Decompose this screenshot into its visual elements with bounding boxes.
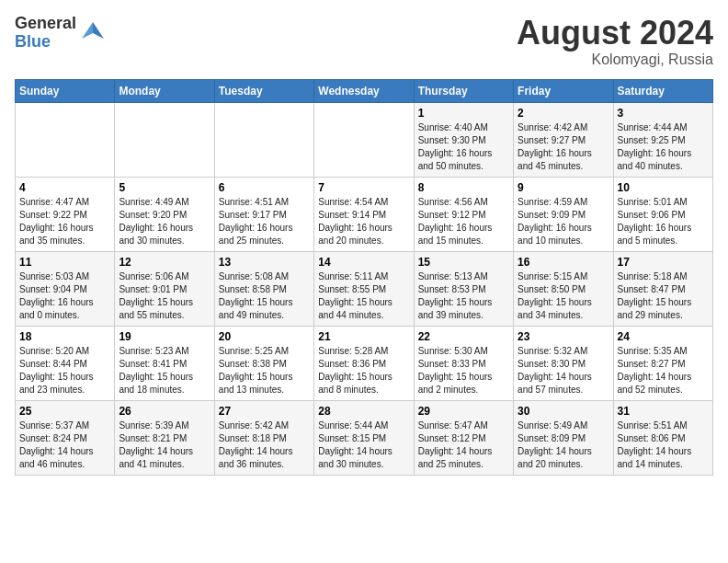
calendar-cell: 22Sunrise: 5:30 AM Sunset: 8:33 PM Dayli… <box>414 326 513 400</box>
weekday-header-friday: Friday <box>514 79 613 102</box>
day-number: 26 <box>119 405 210 418</box>
calendar-cell: 4Sunrise: 4:47 AM Sunset: 9:22 PM Daylig… <box>16 177 115 251</box>
day-number: 6 <box>219 181 310 194</box>
calendar-week-3: 11Sunrise: 5:03 AM Sunset: 9:04 PM Dayli… <box>16 251 713 326</box>
calendar-cell: 2Sunrise: 4:42 AM Sunset: 9:27 PM Daylig… <box>514 102 613 177</box>
day-info: Sunrise: 5:23 AM Sunset: 8:41 PM Dayligh… <box>119 345 210 396</box>
day-info: Sunrise: 4:47 AM Sunset: 9:22 PM Dayligh… <box>19 196 110 247</box>
day-info: Sunrise: 4:42 AM Sunset: 9:27 PM Dayligh… <box>518 121 609 173</box>
day-info: Sunrise: 5:30 AM Sunset: 8:33 PM Dayligh… <box>418 345 509 396</box>
weekday-header-tuesday: Tuesday <box>214 79 313 102</box>
logo: General Blue <box>15 15 106 52</box>
calendar-cell: 25Sunrise: 5:37 AM Sunset: 8:24 PM Dayli… <box>16 400 115 475</box>
day-number: 19 <box>119 330 210 343</box>
day-number: 18 <box>19 330 110 343</box>
day-number: 17 <box>618 256 709 269</box>
calendar-cell <box>314 102 414 177</box>
day-info: Sunrise: 5:13 AM Sunset: 8:53 PM Dayligh… <box>418 270 509 322</box>
calendar-cell: 19Sunrise: 5:23 AM Sunset: 8:41 PM Dayli… <box>115 326 214 400</box>
calendar-cell: 26Sunrise: 5:39 AM Sunset: 8:21 PM Dayli… <box>115 400 214 475</box>
calendar-cell: 8Sunrise: 4:56 AM Sunset: 9:12 PM Daylig… <box>414 177 513 251</box>
calendar-cell <box>214 102 313 177</box>
day-number: 15 <box>418 256 509 269</box>
day-info: Sunrise: 5:35 AM Sunset: 8:27 PM Dayligh… <box>618 345 709 396</box>
day-number: 2 <box>518 107 609 120</box>
title-block: August 2024 Kolomyagi, Russia <box>517 15 713 68</box>
calendar-cell: 10Sunrise: 5:01 AM Sunset: 9:06 PM Dayli… <box>613 177 712 251</box>
day-number: 11 <box>19 256 110 269</box>
day-info: Sunrise: 5:01 AM Sunset: 9:06 PM Dayligh… <box>618 196 709 247</box>
location: Kolomyagi, Russia <box>517 52 713 68</box>
day-number: 29 <box>418 405 509 418</box>
calendar-cell: 12Sunrise: 5:06 AM Sunset: 9:01 PM Dayli… <box>115 251 214 326</box>
calendar-cell: 9Sunrise: 4:59 AM Sunset: 9:09 PM Daylig… <box>514 177 613 251</box>
calendar-cell: 24Sunrise: 5:35 AM Sunset: 8:27 PM Dayli… <box>613 326 712 400</box>
day-number: 23 <box>518 330 609 343</box>
calendar-header: SundayMondayTuesdayWednesdayThursdayFrid… <box>16 79 713 102</box>
day-info: Sunrise: 4:56 AM Sunset: 9:12 PM Dayligh… <box>418 196 509 247</box>
day-info: Sunrise: 4:40 AM Sunset: 9:30 PM Dayligh… <box>418 121 509 173</box>
calendar-cell: 21Sunrise: 5:28 AM Sunset: 8:36 PM Dayli… <box>314 326 414 400</box>
day-number: 5 <box>119 181 210 194</box>
day-number: 10 <box>618 181 709 194</box>
calendar-cell: 7Sunrise: 4:54 AM Sunset: 9:14 PM Daylig… <box>314 177 414 251</box>
day-info: Sunrise: 5:37 AM Sunset: 8:24 PM Dayligh… <box>19 419 110 471</box>
day-info: Sunrise: 5:42 AM Sunset: 8:18 PM Dayligh… <box>219 419 310 471</box>
day-info: Sunrise: 5:08 AM Sunset: 8:58 PM Dayligh… <box>219 270 310 322</box>
day-number: 9 <box>518 181 609 194</box>
calendar-table: SundayMondayTuesdayWednesdayThursdayFrid… <box>15 79 713 476</box>
day-number: 7 <box>318 181 409 194</box>
day-info: Sunrise: 5:28 AM Sunset: 8:36 PM Dayligh… <box>318 345 409 396</box>
day-info: Sunrise: 5:18 AM Sunset: 8:47 PM Dayligh… <box>618 270 709 322</box>
weekday-header-monday: Monday <box>115 79 214 102</box>
day-number: 24 <box>618 330 709 343</box>
day-number: 31 <box>618 405 709 418</box>
logo-text: General Blue <box>15 15 76 52</box>
logo-icon <box>80 20 106 46</box>
day-number: 20 <box>219 330 310 343</box>
day-number: 21 <box>318 330 409 343</box>
day-number: 14 <box>318 256 409 269</box>
day-info: Sunrise: 5:15 AM Sunset: 8:50 PM Dayligh… <box>518 270 609 322</box>
day-info: Sunrise: 5:51 AM Sunset: 8:06 PM Dayligh… <box>618 419 709 471</box>
calendar-week-4: 18Sunrise: 5:20 AM Sunset: 8:44 PM Dayli… <box>16 326 713 400</box>
day-number: 27 <box>219 405 310 418</box>
month-year: August 2024 <box>517 15 713 52</box>
calendar-cell: 5Sunrise: 4:49 AM Sunset: 9:20 PM Daylig… <box>115 177 214 251</box>
day-number: 22 <box>418 330 509 343</box>
calendar-cell: 27Sunrise: 5:42 AM Sunset: 8:18 PM Dayli… <box>214 400 313 475</box>
day-info: Sunrise: 4:54 AM Sunset: 9:14 PM Dayligh… <box>318 196 409 247</box>
logo-general: General <box>15 15 76 33</box>
day-number: 13 <box>219 256 310 269</box>
day-number: 4 <box>19 181 110 194</box>
calendar-cell: 31Sunrise: 5:51 AM Sunset: 8:06 PM Dayli… <box>613 400 712 475</box>
calendar-cell: 16Sunrise: 5:15 AM Sunset: 8:50 PM Dayli… <box>514 251 613 326</box>
day-info: Sunrise: 5:39 AM Sunset: 8:21 PM Dayligh… <box>119 419 210 471</box>
calendar-cell: 1Sunrise: 4:40 AM Sunset: 9:30 PM Daylig… <box>414 102 513 177</box>
day-info: Sunrise: 5:20 AM Sunset: 8:44 PM Dayligh… <box>19 345 110 396</box>
calendar-cell: 13Sunrise: 5:08 AM Sunset: 8:58 PM Dayli… <box>214 251 313 326</box>
weekday-header-saturday: Saturday <box>613 79 712 102</box>
calendar-week-5: 25Sunrise: 5:37 AM Sunset: 8:24 PM Dayli… <box>16 400 713 475</box>
weekday-header-sunday: Sunday <box>16 79 115 102</box>
day-number: 30 <box>518 405 609 418</box>
calendar-body: 1Sunrise: 4:40 AM Sunset: 9:30 PM Daylig… <box>16 102 713 475</box>
calendar-cell: 29Sunrise: 5:47 AM Sunset: 8:12 PM Dayli… <box>414 400 513 475</box>
day-info: Sunrise: 5:25 AM Sunset: 8:38 PM Dayligh… <box>219 345 310 396</box>
calendar-cell: 14Sunrise: 5:11 AM Sunset: 8:55 PM Dayli… <box>314 251 414 326</box>
calendar-cell: 3Sunrise: 4:44 AM Sunset: 9:25 PM Daylig… <box>613 102 712 177</box>
calendar-cell <box>115 102 214 177</box>
calendar-cell: 11Sunrise: 5:03 AM Sunset: 9:04 PM Dayli… <box>16 251 115 326</box>
logo-blue: Blue <box>15 33 76 52</box>
day-info: Sunrise: 4:51 AM Sunset: 9:17 PM Dayligh… <box>219 196 310 247</box>
day-number: 25 <box>19 405 110 418</box>
calendar-cell: 18Sunrise: 5:20 AM Sunset: 8:44 PM Dayli… <box>16 326 115 400</box>
calendar-week-1: 1Sunrise: 4:40 AM Sunset: 9:30 PM Daylig… <box>16 102 713 177</box>
weekday-header-wednesday: Wednesday <box>314 79 414 102</box>
weekday-header-thursday: Thursday <box>414 79 513 102</box>
calendar-cell: 28Sunrise: 5:44 AM Sunset: 8:15 PM Dayli… <box>314 400 414 475</box>
day-info: Sunrise: 5:47 AM Sunset: 8:12 PM Dayligh… <box>418 419 509 471</box>
day-info: Sunrise: 4:44 AM Sunset: 9:25 PM Dayligh… <box>618 121 709 173</box>
day-info: Sunrise: 5:32 AM Sunset: 8:30 PM Dayligh… <box>518 345 609 396</box>
calendar-cell: 17Sunrise: 5:18 AM Sunset: 8:47 PM Dayli… <box>613 251 712 326</box>
